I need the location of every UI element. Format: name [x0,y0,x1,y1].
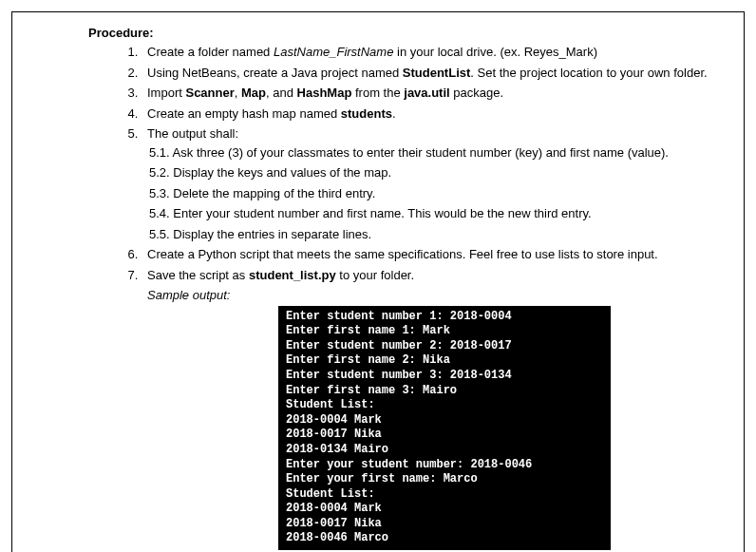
step-1-post: in your local drive. (ex. Reyes_Mark) [393,45,597,59]
step-7-pre: Save the script as [147,268,249,282]
sub-num: 5.5. [149,227,170,241]
step-3-b1: Scanner [185,86,234,100]
sub-text: Display the entries in separate lines. [173,227,371,241]
step-3-b4: java.util [404,86,449,100]
sample-output-label: Sample output: [147,288,721,302]
step-5-2: 5.2. Display the keys and values of the … [149,164,721,181]
step-5-5: 5.5. Display the entries in separate lin… [149,226,721,243]
step-5-text: The output shall: [147,126,238,141]
step-2-pre: Using NetBeans, create a Java project na… [147,66,403,80]
step-1: Create a folder named LastName_FirstName… [142,44,721,61]
step-4-pre: Create an empty hash map named [147,106,341,121]
step-3-pre: Import [147,86,185,100]
document-page: Procedure: Create a folder named LastNam… [11,11,745,552]
step-3-post: package. [450,86,503,100]
step-7-b1: student_list.py [249,268,336,282]
step-3-m3: from the [351,86,404,100]
sub-num: 5.1. [149,145,170,160]
sub-text: Enter your student number and first name… [173,206,591,220]
step-7: Save the script as student_list.py to yo… [142,267,721,284]
sub-num: 5.2. [149,165,170,180]
sub-num: 5.4. [149,206,170,220]
step-3-m2: , and [266,86,297,100]
step-4-b1: students [341,106,392,121]
step-6: Create a Python script that meets the sa… [142,246,721,263]
sub-text: Delete the mapping of the third entry. [173,186,375,200]
step-4: Create an empty hash map named students. [142,105,721,123]
step-5-sublist: 5.1. Ask three (3) of your classmates to… [149,144,721,243]
procedure-heading: Procedure: [88,26,721,40]
sub-num: 5.3. [149,186,170,200]
step-2-post: . Set the project location to your own f… [470,66,707,80]
step-7-post: to your folder. [336,268,414,282]
step-2-bold: StudentList [403,66,471,80]
step-1-pre: Create a folder named [147,45,274,59]
step-3-m1: , [235,86,241,100]
step-5-1: 5.1. Ask three (3) of your classmates to… [149,144,721,162]
step-1-em: LastName_FirstName [274,45,393,59]
procedure-list: Create a folder named LastName_FirstName… [124,44,721,284]
step-3-b3: HashMap [297,86,352,100]
sub-text: Ask three (3) of your classmates to ente… [173,145,669,160]
step-5: The output shall: 5.1. Ask three (3) of … [142,125,721,242]
step-3-b2: Map [241,86,266,100]
step-6-text: Create a Python script that meets the sa… [147,247,658,261]
step-5-3: 5.3. Delete the mapping of the third ent… [149,185,721,202]
step-4-post: . [392,106,396,121]
step-3: Import Scanner, Map, and HashMap from th… [142,85,721,102]
step-5-4: 5.4. Enter your student number and first… [149,205,721,222]
step-2: Using NetBeans, create a Java project na… [142,65,721,82]
console-output: Enter student number 1: 2018-0004 Enter … [278,306,611,551]
sub-text: Display the keys and values of the map. [173,165,391,180]
